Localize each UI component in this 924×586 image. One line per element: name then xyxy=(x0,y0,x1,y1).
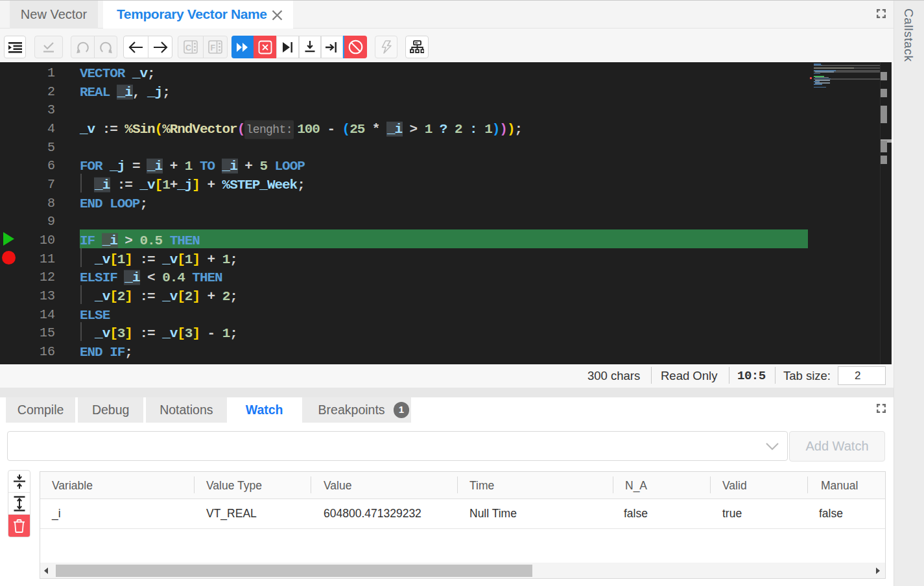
svg-text:C: C xyxy=(185,43,191,53)
svg-text:F: F xyxy=(210,43,215,53)
